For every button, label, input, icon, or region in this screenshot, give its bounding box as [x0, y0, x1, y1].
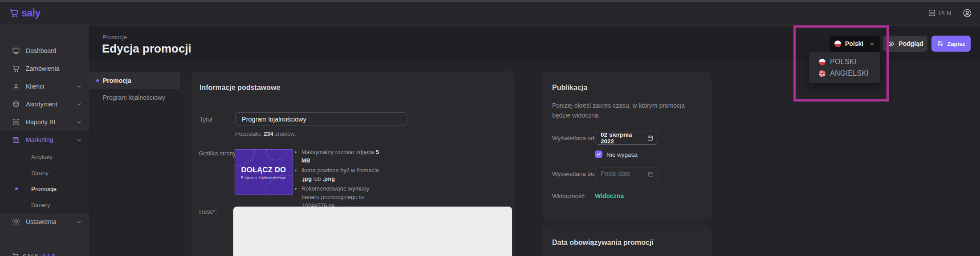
subitem-label: Strony — [31, 170, 49, 176]
sidebar-footer: SALY 2.1.0 — [12, 252, 55, 256]
subitem-label: Promocje — [31, 186, 57, 192]
topbar-actions: Bi PLN — [928, 0, 972, 26]
gear-icon — [12, 218, 20, 226]
sidebar-marketing-group: Marketing Artykuły Strony Promocje Baner… — [0, 131, 89, 213]
breadcrumb: Promocje — [102, 34, 127, 41]
sidebar-item-label: Klienci — [26, 83, 44, 90]
eye-icon — [887, 40, 895, 48]
sidebar-item-label: Asortyment — [26, 101, 57, 108]
no-expiry-checkbox[interactable] — [595, 150, 602, 158]
check-icon — [596, 152, 601, 157]
tab-label: Program lojalnościowy — [103, 94, 165, 101]
title-input[interactable] — [235, 112, 407, 126]
content-editor[interactable] — [233, 207, 512, 256]
displayed-from-date-picker[interactable]: 02 sierpnia 2022 — [595, 131, 658, 145]
currency-code: PLN — [939, 9, 951, 16]
active-dot — [96, 79, 99, 82]
sidebar-item-label: Marketing — [26, 136, 53, 143]
sidebar-item-label: Zamówienia — [26, 65, 59, 72]
account-button[interactable] — [963, 8, 972, 18]
sidebar-item-label: Dashboard — [26, 47, 57, 54]
promotion-validity-card: Data obowiązywania promocji — [542, 225, 712, 256]
monitor-icon — [12, 47, 20, 55]
language-option-label: ANGIELSKI — [830, 69, 869, 77]
language-option-angielski[interactable]: ANGIELSKI — [809, 68, 880, 79]
banner-decor-circle — [235, 149, 255, 166]
calendar-icon[interactable] — [647, 171, 654, 177]
requirement-item: Ikona powinna być w formacie .jpg lub .p… — [301, 166, 379, 183]
sidebar-subitem-banery[interactable]: Banery — [0, 197, 89, 213]
language-selected-label: Polski — [845, 40, 863, 47]
news-icon — [12, 136, 20, 144]
banner-heading: DOŁĄCZ DO — [241, 166, 286, 174]
sidebar-item-label: Raporty BI — [26, 118, 55, 126]
preview-button[interactable]: Podgląd — [883, 36, 927, 52]
uk-flag-icon — [819, 70, 825, 77]
chevron-down-icon — [76, 119, 82, 125]
language-option-label: POLSKI — [830, 58, 857, 66]
sidebar-item-raporty-bi[interactable]: Bi Raporty BI — [0, 113, 89, 131]
poland-flag-icon — [834, 41, 841, 47]
sidebar-subitem-artykuly[interactable]: Artykuły — [0, 149, 89, 165]
box-icon — [12, 100, 20, 108]
sidebar-item-dashboard[interactable]: Dashboard — [0, 42, 89, 60]
sidebar-subitem-promocje[interactable]: Promocje — [0, 181, 89, 197]
svg-text:Bi: Bi — [14, 120, 18, 124]
cart-icon — [9, 8, 20, 18]
active-dot — [15, 187, 18, 190]
app-screen: saly Bi PLN Dashboard Zamówienia — [0, 0, 980, 256]
sidebar-subitem-strony[interactable]: Strony — [0, 165, 89, 181]
basic-info-card: Informacje podstawowe Tytuł Pozostało: 2… — [191, 71, 515, 256]
banner-image-preview[interactable]: DOŁĄCZ DO Programu lojalnościowego — [235, 149, 293, 195]
sidebar-item-ustawienia[interactable]: Ustawienia — [0, 213, 89, 231]
topbar: saly Bi PLN — [0, 0, 980, 26]
tab-program-lojalnosciowy[interactable]: Program lojalnościowy — [89, 89, 180, 106]
sidebar-item-klienci[interactable]: Klienci — [0, 77, 89, 95]
sidebar-item-asortyment[interactable]: Asortyment — [0, 95, 89, 113]
section-title: Data obowiązywania promocji — [552, 239, 654, 247]
currency-selector[interactable]: Bi PLN — [928, 9, 951, 17]
image-requirements-list: Maksymalny rozmiar zdjęcia 5 MB Ikona po… — [295, 148, 379, 211]
footer-brand: SALY — [23, 253, 38, 256]
app-logo[interactable]: saly — [9, 0, 41, 26]
sidebar-item-marketing[interactable]: Marketing — [0, 131, 89, 149]
sidebar-item-label: Ustawienia — [26, 218, 56, 225]
characters-remaining: Pozostało: 234 znaków. — [235, 130, 296, 137]
sidebar-nav: Dashboard Zamówienia Klienci Asortyment … — [0, 26, 89, 239]
user-circle-icon — [963, 8, 972, 18]
chevron-down-icon — [76, 84, 82, 89]
requirement-item: Maksymalny rozmiar zdjęcia 5 MB — [301, 148, 379, 165]
subitem-label: Banery — [31, 202, 50, 208]
cart-icon — [12, 252, 19, 256]
sidebar-item-zamowienia[interactable]: Zamówienia — [0, 60, 89, 77]
language-option-polski[interactable]: POLSKI — [809, 56, 880, 68]
bi-badge-icon: Bi — [12, 118, 20, 126]
save-label: Zapisz — [947, 41, 965, 47]
user-icon — [12, 82, 20, 90]
tab-promocja[interactable]: Promocja — [89, 72, 180, 89]
poland-flag-icon — [819, 59, 825, 65]
language-dropdown: POLSKI ANGIELSKI — [809, 52, 880, 83]
sidebar-divider — [0, 239, 89, 239]
cart-icon — [12, 65, 20, 73]
banner-decor-circle — [266, 149, 286, 160]
floppy-save-icon — [937, 41, 943, 47]
language-selector-button[interactable]: Polski — [830, 36, 880, 52]
publication-card: Publikacja Poniżej określ zakres czasu, … — [542, 71, 712, 221]
chevron-down-icon — [869, 41, 875, 47]
footer-version: 2.1.0 — [42, 253, 55, 256]
no-expiry-label: Nie wygasa — [606, 151, 638, 158]
title-field-label: Tytuł — [199, 116, 212, 123]
graphic-field-label: Grafika strony*: — [199, 150, 240, 157]
tab-label: Promocja — [103, 77, 131, 84]
date-value: 02 sierpnia 2022 — [601, 131, 647, 145]
preview-label: Podgląd — [899, 40, 923, 47]
chevron-down-icon — [76, 102, 82, 107]
logo-text: saly — [21, 7, 41, 19]
subitem-label: Artykuły — [31, 154, 53, 160]
visibility-value: Widoczna — [595, 192, 624, 199]
requirement-item: Rekomendowane wymiary baneru promocyjneg… — [301, 184, 379, 210]
displayed-from-label: Wyświetlana od: — [552, 135, 596, 142]
save-button[interactable]: Zapisz — [931, 36, 971, 52]
displayed-to-label: Wyświetlana do: — [552, 171, 596, 177]
